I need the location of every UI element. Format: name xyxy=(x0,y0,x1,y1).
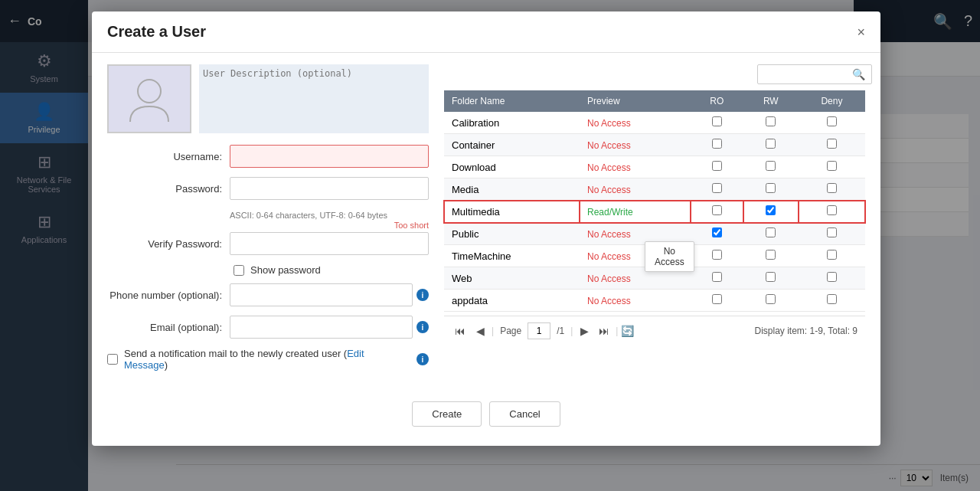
preview-cell: No Access xyxy=(580,134,691,156)
deny-checkbox[interactable] xyxy=(827,161,837,171)
deny-cell xyxy=(799,267,865,290)
dialog-header: Create a User × xyxy=(92,11,880,53)
username-input[interactable] xyxy=(230,145,429,168)
folder-name-cell: TimeMachine xyxy=(444,245,580,267)
page-last-button[interactable]: ⏭ xyxy=(596,322,612,339)
rw-checkbox[interactable] xyxy=(766,205,776,215)
preview-cell: No Access xyxy=(580,112,691,134)
deny-checkbox[interactable] xyxy=(827,139,837,149)
rw-checkbox[interactable] xyxy=(766,116,776,126)
deny-checkbox[interactable] xyxy=(827,227,837,237)
deny-checkbox[interactable] xyxy=(827,205,837,215)
pagination: ⏮ ◀ | Page /1 | ▶ ⏭ | 🔄 Display item: 1-… xyxy=(444,316,865,345)
avatar-box xyxy=(107,64,191,133)
rw-checkbox[interactable] xyxy=(766,183,776,193)
email-info-icon[interactable]: i xyxy=(416,321,429,333)
notification-info-icon[interactable]: i xyxy=(416,353,429,365)
folder-name-cell: Container xyxy=(444,134,580,156)
svg-point-0 xyxy=(138,80,161,103)
phone-input[interactable] xyxy=(230,283,413,306)
password-label: Password: xyxy=(107,183,230,195)
rw-checkbox[interactable] xyxy=(766,161,776,171)
page-label: Page xyxy=(500,326,521,336)
ro-checkbox[interactable] xyxy=(712,161,722,171)
table-row: Media No Access xyxy=(444,178,865,201)
rw-checkbox[interactable] xyxy=(766,294,776,304)
col-ro: RO xyxy=(691,90,743,112)
notification-label: Send a notification mail to the newly cr… xyxy=(124,348,410,371)
deny-checkbox[interactable] xyxy=(827,183,837,193)
preview-cell: No Access xyxy=(580,156,691,178)
left-panel: Username: Password: ASCII: 0-64 characte… xyxy=(107,64,429,378)
col-deny: Deny xyxy=(799,90,865,112)
page-prev-button[interactable]: ◀ xyxy=(472,322,488,339)
display-items-label: Display item: 1-9, Total: 9 xyxy=(754,326,858,336)
folder-name-cell: Public xyxy=(444,223,580,245)
col-rw: RW xyxy=(743,90,799,112)
ro-checkbox[interactable] xyxy=(712,116,722,126)
folder-table: Folder Name Preview RO RW Deny Calibrati… xyxy=(444,90,865,312)
password-input[interactable] xyxy=(230,177,429,200)
folder-search: 🔍 xyxy=(444,64,865,84)
deny-checkbox[interactable] xyxy=(827,250,837,260)
ro-cell xyxy=(691,223,743,245)
folder-search-button[interactable]: 🔍 xyxy=(852,64,865,84)
page-next-button[interactable]: ▶ xyxy=(576,322,593,339)
avatar-section xyxy=(107,64,429,133)
create-button[interactable]: Create xyxy=(412,401,482,427)
rw-checkbox[interactable] xyxy=(766,139,776,149)
col-folder-name: Folder Name xyxy=(444,90,580,112)
email-input[interactable] xyxy=(230,316,413,339)
deny-cell xyxy=(799,201,865,223)
ro-checkbox[interactable] xyxy=(712,183,722,193)
ro-cell xyxy=(691,112,743,134)
email-row: Email (optional): i xyxy=(107,316,429,339)
preview-cell: No Access xyxy=(580,178,691,201)
notification-checkbox[interactable] xyxy=(107,354,118,365)
deny-cell xyxy=(799,112,865,134)
verify-password-input[interactable] xyxy=(230,232,429,255)
ro-cell xyxy=(691,267,743,290)
deny-checkbox[interactable] xyxy=(827,272,837,282)
rw-checkbox[interactable] xyxy=(766,250,776,260)
cancel-button[interactable]: Cancel xyxy=(489,401,560,427)
notification-row: Send a notification mail to the newly cr… xyxy=(107,348,429,371)
ro-cell xyxy=(691,201,743,223)
folder-name-cell: Calibration xyxy=(444,112,580,134)
show-password-label: Show password xyxy=(250,264,321,276)
page-number-input[interactable] xyxy=(528,322,550,339)
ro-checkbox[interactable] xyxy=(712,139,722,149)
deny-cell xyxy=(799,134,865,156)
deny-checkbox[interactable] xyxy=(827,294,837,304)
user-description-input[interactable] xyxy=(199,64,429,133)
refresh-button[interactable]: 🔄 xyxy=(621,325,634,337)
deny-cell xyxy=(799,245,865,267)
username-label: Username: xyxy=(107,151,230,162)
show-password-checkbox[interactable] xyxy=(234,265,244,276)
ro-checkbox[interactable] xyxy=(712,205,722,215)
ro-cell xyxy=(691,290,743,312)
rw-cell xyxy=(743,267,799,290)
create-user-dialog: Create a User × Username: Pa xyxy=(92,11,880,446)
ro-cell xyxy=(691,245,743,267)
table-row: Container No Access xyxy=(444,134,865,156)
ro-cell xyxy=(691,178,743,201)
phone-info-icon[interactable]: i xyxy=(416,289,429,301)
page-divider: | xyxy=(492,326,494,336)
deny-checkbox[interactable] xyxy=(827,116,837,126)
ro-checkbox[interactable] xyxy=(712,227,722,237)
page-first-button[interactable]: ⏮ xyxy=(452,322,469,339)
no-access-tooltip-button[interactable]: No Access xyxy=(645,241,694,272)
preview-cell: Read/Write xyxy=(580,201,691,223)
total-pages: /1 xyxy=(557,326,564,336)
rw-cell xyxy=(743,156,799,178)
ro-checkbox[interactable] xyxy=(712,272,722,282)
ro-cell xyxy=(691,156,743,178)
ro-checkbox[interactable] xyxy=(712,250,722,260)
folder-name-cell: Media xyxy=(444,178,580,201)
username-row: Username: xyxy=(107,145,429,168)
ro-checkbox[interactable] xyxy=(712,294,722,304)
rw-checkbox[interactable] xyxy=(766,272,776,282)
rw-checkbox[interactable] xyxy=(766,227,776,237)
dialog-close-button[interactable]: × xyxy=(857,25,865,39)
